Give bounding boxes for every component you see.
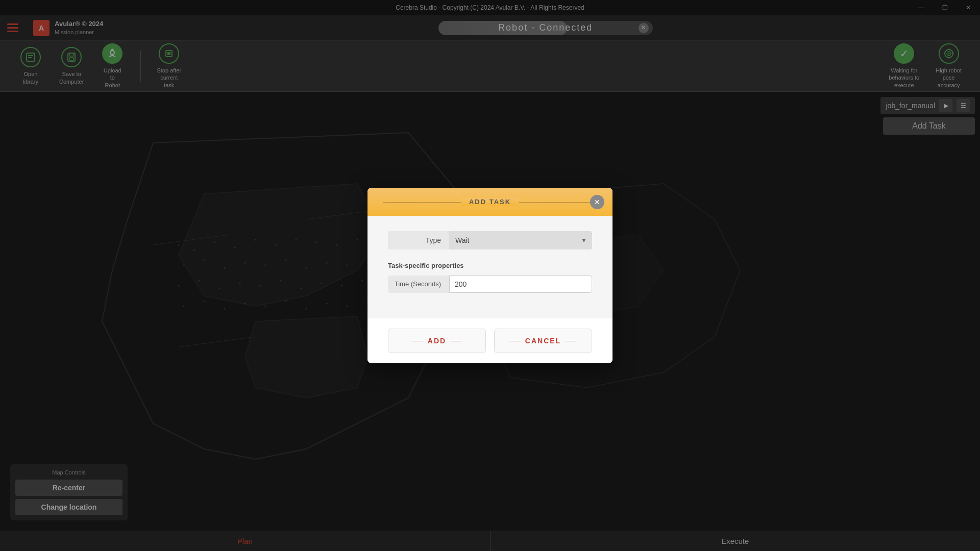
type-field-label: Type xyxy=(388,231,449,249)
modal-title-text: ADD TASK xyxy=(461,198,519,206)
add-btn-line-left xyxy=(411,341,424,341)
props-section: Task-specific properties Time (Seconds) xyxy=(388,262,592,293)
modal-overlay: ADD TASK ✕ Type WaitMoveActionNavigate ▼… xyxy=(0,0,980,551)
add-btn-text: ADD xyxy=(428,337,446,345)
props-section-title: Task-specific properties xyxy=(388,262,592,269)
time-field-label: Time (Seconds) xyxy=(388,276,449,293)
type-row: Type WaitMoveActionNavigate ▼ xyxy=(388,231,592,249)
cancel-btn-line-left xyxy=(509,341,521,341)
modal-body: Type WaitMoveActionNavigate ▼ Task-speci… xyxy=(368,216,612,318)
time-input[interactable] xyxy=(449,276,592,293)
cancel-btn-text: CANCEL xyxy=(525,337,561,345)
modal-header: ADD TASK ✕ xyxy=(368,188,612,216)
add-btn-line-right xyxy=(450,341,462,341)
modal-footer: ADD CANCEL xyxy=(368,318,612,363)
cancel-btn-line-right xyxy=(565,341,577,341)
time-row: Time (Seconds) xyxy=(388,276,592,293)
modal-close-button[interactable]: ✕ xyxy=(590,195,604,209)
modal-add-button[interactable]: ADD xyxy=(388,329,486,353)
type-select[interactable]: WaitMoveActionNavigate xyxy=(449,231,592,249)
type-select-wrapper: WaitMoveActionNavigate ▼ xyxy=(449,231,592,249)
add-task-modal: ADD TASK ✕ Type WaitMoveActionNavigate ▼… xyxy=(368,188,612,363)
modal-cancel-button[interactable]: CANCEL xyxy=(494,329,592,353)
